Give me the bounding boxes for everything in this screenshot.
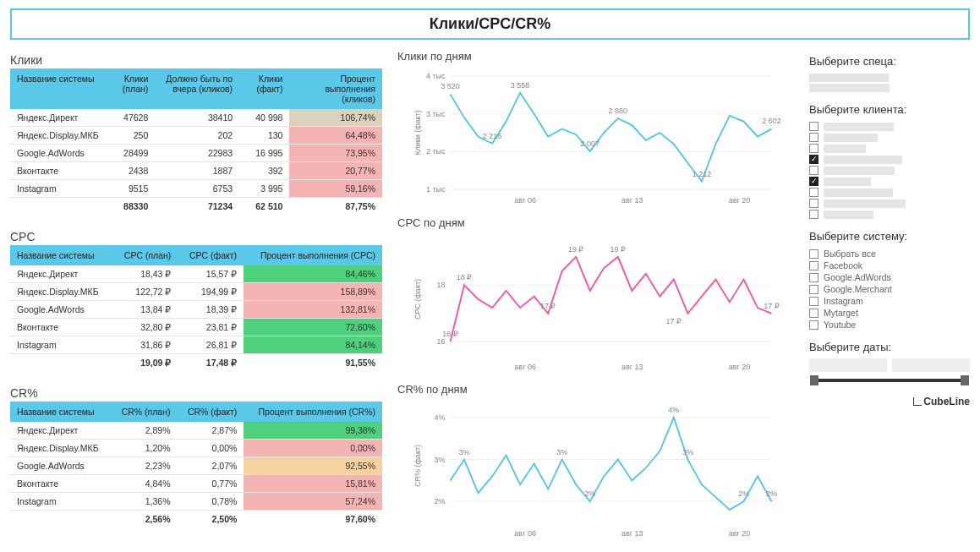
table-row[interactable]: Яндекс.Display.МКБ25020213064,48% — [10, 127, 382, 145]
svg-text:19 ₽: 19 ₽ — [568, 245, 584, 254]
svg-text:18: 18 — [436, 281, 445, 289]
filter-system-item[interactable]: Facebook — [809, 260, 970, 271]
column-header[interactable]: CR% (план) — [111, 402, 177, 422]
column-header[interactable]: CPC (факт) — [178, 245, 244, 265]
svg-text:17 ₽: 17 ₽ — [540, 302, 556, 310]
filter-system-item[interactable]: Выбрать все — [809, 248, 970, 260]
checkbox-icon[interactable] — [809, 309, 818, 318]
chart-line — [451, 257, 772, 342]
table-row[interactable]: Вконтакте2438188739220,77% — [10, 162, 382, 180]
checkbox-icon[interactable] — [809, 210, 818, 219]
svg-text:авг 20: авг 20 — [729, 529, 751, 538]
checkbox-icon[interactable] — [809, 144, 818, 153]
filter-system-item[interactable]: Instagram — [809, 295, 970, 307]
line-chart[interactable]: 1618авг 06авг 13авг 20CPC (факт)16 ₽18 ₽… — [397, 231, 794, 374]
table-row[interactable]: Яндекс.Директ18,43 ₽15,57 ₽84,46% — [10, 265, 382, 283]
chart-title: CR% по дням — [397, 383, 794, 396]
table-row[interactable]: Google.AdWords284992298316 99573,95% — [10, 145, 382, 162]
date-range-slider[interactable] — [813, 379, 966, 382]
svg-text:авг 20: авг 20 — [729, 196, 751, 205]
filter-item-label: Mytarget — [824, 308, 858, 318]
svg-text:2%: 2% — [584, 489, 595, 498]
checkbox-icon[interactable] — [809, 285, 818, 294]
data-table: Название системыКлики (план)Должно быть … — [10, 68, 382, 215]
column-header[interactable]: Процент выполнения (кликов) — [289, 68, 382, 109]
checkbox-icon[interactable] — [809, 249, 818, 259]
filter-item-redacted[interactable] — [809, 83, 970, 93]
filter-system-item[interactable]: Mytarget — [809, 307, 970, 319]
svg-text:3%: 3% — [556, 448, 567, 456]
table-title: Клики — [10, 53, 382, 67]
filter-client-item[interactable] — [809, 198, 970, 209]
table-title: CPC — [10, 230, 382, 243]
tables-column: КликиНазвание системыКлики (план)Должно … — [10, 50, 382, 549]
data-table: Название системыCR% (план)CR% (факт)Проц… — [10, 402, 382, 527]
checkbox-icon[interactable] — [809, 166, 818, 175]
line-chart[interactable]: 2%3%4%авг 06авг 13авг 20CR% (факт)3%3%2%… — [397, 397, 794, 541]
checkbox-icon[interactable] — [809, 273, 818, 282]
filter-system-item[interactable]: Google.Merchant — [809, 283, 970, 295]
svg-text:16: 16 — [436, 337, 445, 346]
filter-client-item[interactable] — [809, 209, 970, 220]
filter-system-title: Выберите систему: — [809, 230, 970, 243]
column-header[interactable]: Должно быть по вчера (кликов) — [155, 68, 239, 109]
column-header[interactable]: Процент выполнения (CPC) — [244, 245, 382, 265]
column-header[interactable]: CPC (план) — [112, 245, 178, 265]
filter-system-item[interactable]: Youtube — [809, 319, 970, 331]
filter-item-redacted[interactable] — [809, 73, 970, 83]
checkbox-icon[interactable] — [809, 188, 818, 197]
table-title: CR% — [10, 386, 382, 400]
svg-text:4%: 4% — [668, 406, 679, 414]
filter-client-item[interactable] — [809, 165, 970, 176]
table-total-row: 19,09 ₽17,48 ₽91,55% — [10, 354, 382, 372]
data-table: Название системыCPC (план)CPC (факт)Проц… — [10, 245, 382, 371]
svg-text:авг 06: авг 06 — [514, 363, 536, 371]
table-row[interactable]: Яндекс.Display.МКБ122,72 ₽194,99 ₽158,89… — [10, 283, 382, 301]
svg-text:авг 13: авг 13 — [621, 196, 643, 205]
checkbox-icon[interactable]: ✓ — [809, 177, 818, 186]
svg-text:4 тыс: 4 тыс — [426, 72, 446, 80]
cube-icon — [913, 397, 922, 406]
table-row[interactable]: Яндекс.Директ2,89%2,87%99,38% — [10, 422, 382, 440]
svg-text:3%: 3% — [682, 448, 693, 456]
filter-client-item[interactable] — [809, 121, 970, 132]
checkbox-icon[interactable] — [809, 297, 818, 306]
filter-client-item[interactable]: ✓ — [809, 176, 970, 187]
column-header[interactable]: Процент выполнения (CR%) — [244, 402, 382, 422]
svg-text:2%: 2% — [434, 497, 445, 506]
line-chart[interactable]: 1 тыс2 тыс3 тыс4 тысавг 06авг 13авг 20Кл… — [397, 64, 794, 208]
table-row[interactable]: Вконтакте32,80 ₽23,81 ₽72,60% — [10, 319, 382, 336]
svg-text:CPC (факт): CPC (факт) — [413, 279, 422, 320]
page-title: Клики/CPC/CR% — [10, 8, 970, 40]
filter-client-item[interactable]: ✓ — [809, 154, 970, 165]
table-row[interactable]: Instagram951567533 99559,16% — [10, 180, 382, 198]
table-row[interactable]: Google.AdWords13,84 ₽18,39 ₽132,81% — [10, 301, 382, 319]
filter-system-item[interactable]: Google.AdWords — [809, 271, 970, 283]
checkbox-icon[interactable] — [809, 261, 818, 271]
filter-item-label: Google.AdWords — [824, 272, 891, 282]
column-header[interactable]: Название системы — [10, 402, 111, 422]
column-header[interactable]: Название системы — [10, 68, 106, 109]
column-header[interactable]: Название системы — [10, 245, 112, 265]
table-row[interactable]: Яндекс.Display.МКБ1,20%0,00%0,00% — [10, 440, 382, 457]
filter-client-item[interactable] — [809, 132, 970, 143]
filter-item-label: Выбрать все — [824, 249, 876, 259]
date-range-inputs[interactable] — [809, 358, 970, 372]
table-row[interactable]: Яндекс.Директ476283841040 998106,74% — [10, 109, 382, 127]
checkbox-icon[interactable] — [809, 199, 818, 208]
checkbox-icon[interactable] — [809, 320, 818, 330]
column-header[interactable]: Клики (факт) — [239, 68, 289, 109]
checkbox-icon[interactable] — [809, 133, 818, 142]
filter-item-label: Facebook — [824, 260, 862, 271]
column-header[interactable]: Клики (план) — [106, 68, 156, 109]
checkbox-icon[interactable] — [809, 122, 818, 131]
column-header[interactable]: CR% (факт) — [178, 402, 244, 422]
table-row[interactable]: Instagram1,36%0,78%57,24% — [10, 493, 382, 511]
table-row[interactable]: Вконтакте4,84%0,77%15,81% — [10, 475, 382, 493]
table-row[interactable]: Instagram31,86 ₽26,81 ₽84,14% — [10, 336, 382, 354]
table-row[interactable]: Google.AdWords2,23%2,07%92,55% — [10, 457, 382, 475]
checkbox-icon[interactable]: ✓ — [809, 155, 818, 164]
filter-client-item[interactable] — [809, 143, 970, 154]
filter-client-item[interactable] — [809, 187, 970, 198]
svg-text:2 007: 2 007 — [580, 139, 599, 148]
